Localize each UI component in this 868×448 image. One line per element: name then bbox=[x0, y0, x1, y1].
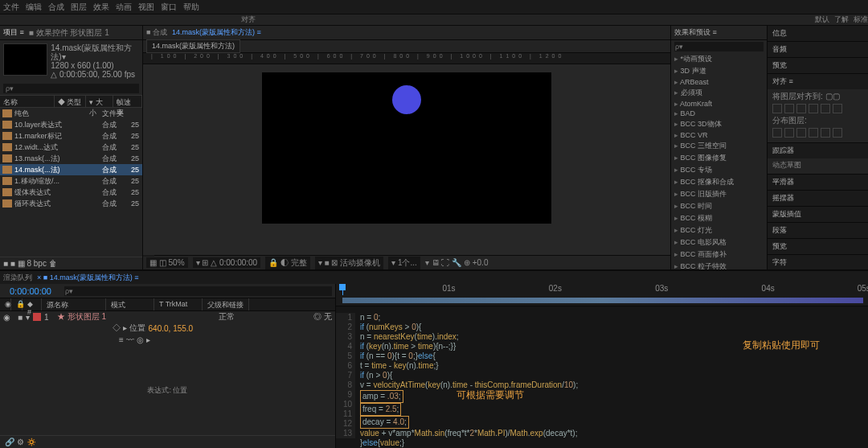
eye-icon[interactable]: ◉ bbox=[3, 313, 14, 322]
effect-category[interactable]: BCC 电影风格 bbox=[671, 236, 767, 249]
effect-category[interactable]: BCC VR bbox=[671, 130, 767, 140]
code-line[interactable]: if (n > 0){ bbox=[360, 371, 868, 380]
effect-category[interactable]: BCC 时间 bbox=[671, 200, 767, 212]
viewer-camera[interactable]: ▾ ■ ⊠ 活动摄像机 bbox=[315, 257, 383, 269]
viewer-mag[interactable]: ▦ ◫ 50% bbox=[146, 257, 188, 268]
expr-graph-icon[interactable]: 〰 bbox=[126, 335, 134, 344]
panel-audio[interactable]: 音频 bbox=[768, 42, 868, 57]
motion-sketch[interactable]: 动态草图 bbox=[768, 158, 868, 174]
prop-position-row[interactable]: ◇ ▸ 位置 640.0, 155.0 bbox=[0, 323, 335, 334]
code-line[interactable]: }else{value;} bbox=[360, 438, 868, 448]
code-line[interactable]: n = 0; bbox=[360, 313, 868, 323]
ws-standard[interactable]: 标准 bbox=[854, 14, 868, 25]
col-eye-icon[interactable]: ◉ bbox=[0, 298, 11, 310]
effect-category[interactable]: BCC 抠像和合成 bbox=[671, 176, 767, 188]
effect-category[interactable]: BCC 粒子特效 bbox=[671, 261, 767, 269]
code-line[interactable]: value + v*amp*Math.sin(freq*t*2*Math.PI)… bbox=[360, 429, 868, 438]
project-item[interactable]: 10.layer表达式合成25 bbox=[0, 119, 142, 130]
tab-render-queue[interactable]: 渲染队列 bbox=[3, 273, 32, 283]
effect-category[interactable]: BCC 模糊 bbox=[671, 212, 767, 224]
menu-window[interactable]: 窗口 bbox=[161, 2, 177, 13]
layer-bar-track[interactable] bbox=[336, 295, 868, 306]
panel-character[interactable]: 字符 bbox=[768, 255, 868, 270]
effect-category[interactable]: BCC 图像修复 bbox=[671, 152, 767, 164]
effect-category[interactable]: BCC 三维空间 bbox=[671, 140, 767, 152]
panel-preview2[interactable]: 预览 bbox=[768, 239, 868, 254]
code-line[interactable]: v = velocityAtTime(key(n).time - thisCom… bbox=[360, 380, 868, 390]
col-size[interactable]: ▾ 大小 bbox=[86, 96, 113, 107]
effect-category[interactable]: BCC 专场 bbox=[671, 164, 767, 176]
shape-circle[interactable] bbox=[392, 85, 421, 114]
menu-comp[interactable]: 合成 bbox=[48, 2, 64, 13]
align-hcenter-icon[interactable] bbox=[784, 104, 794, 113]
menu-edit[interactable]: 编辑 bbox=[26, 2, 42, 13]
viewer-tab-comp[interactable]: 14.mask(蒙版属性和方法) ≡ bbox=[172, 27, 261, 38]
dist-2-icon[interactable] bbox=[784, 128, 794, 138]
tab-project[interactable]: 项目 ≡ bbox=[3, 27, 24, 38]
panel-info[interactable]: 信息 bbox=[768, 26, 868, 41]
project-item[interactable]: 循环表达式合成25 bbox=[0, 198, 142, 209]
tab-effect-controls[interactable]: ■ 效果控件 形状图层 1 bbox=[29, 27, 109, 39]
col-type[interactable]: ◆ 类型 bbox=[55, 96, 87, 107]
project-item[interactable]: 缓体表达式合成25 bbox=[0, 187, 142, 198]
col-trkmat[interactable]: T TrkMat bbox=[154, 298, 203, 310]
viewer-exposure[interactable]: ▾ 🖥 ⛶ 🔧 ⊕ +0.0 bbox=[425, 258, 489, 267]
align-top-icon[interactable] bbox=[809, 104, 818, 113]
timeline-search-input[interactable] bbox=[64, 286, 332, 296]
align-vcenter-icon[interactable] bbox=[821, 104, 830, 113]
dist-1-icon[interactable] bbox=[772, 128, 782, 138]
col-mode[interactable]: 模式 bbox=[106, 298, 154, 310]
dist-3-icon[interactable] bbox=[796, 128, 806, 138]
col-source-name[interactable]: 源名称 bbox=[42, 298, 106, 310]
col-label[interactable]: ◆ # bbox=[23, 298, 42, 310]
panel-smoother[interactable]: 平滑器 bbox=[768, 175, 868, 190]
label-color[interactable] bbox=[33, 313, 41, 321]
effect-category[interactable]: 3D 声道 bbox=[671, 65, 767, 77]
panel-align[interactable]: 对齐 ≡ bbox=[768, 74, 868, 89]
panel-paragraph[interactable]: 段落 bbox=[768, 223, 868, 238]
col-fps[interactable]: 帧速率 bbox=[113, 96, 142, 107]
effect-category[interactable]: BCC 旧版插件 bbox=[671, 188, 767, 200]
code-line[interactable]: freq = 2.5; bbox=[360, 403, 868, 416]
timeline-ruler[interactable]: 01s 02s 03s 04s 05s bbox=[336, 284, 868, 295]
prop-value[interactable]: 640.0, 155.0 bbox=[149, 324, 194, 333]
code-line[interactable]: t = time - key(n).time;} bbox=[360, 361, 868, 371]
playhead[interactable] bbox=[342, 284, 343, 295]
viewer-res[interactable]: 🔒 ◐ 完整 bbox=[265, 257, 310, 269]
col-name[interactable]: 名称 bbox=[0, 96, 55, 107]
align-bottom-icon[interactable] bbox=[833, 104, 842, 113]
expr-pickwhip-icon[interactable]: ◎ bbox=[137, 335, 144, 344]
viewer-views[interactable]: ▾ 1个... bbox=[388, 257, 420, 269]
col-parent[interactable]: 父级和链接 bbox=[203, 298, 249, 310]
tab-timeline-comp[interactable]: × ■ 14.mask(蒙版属性和方法) ≡ bbox=[37, 273, 138, 283]
effect-category[interactable]: AtomKraft bbox=[671, 99, 767, 109]
layer-row[interactable]: ◉ ■ ▾ 1 ★ 形状图层 1 正常 ◎ 无 bbox=[0, 311, 335, 323]
layer-name[interactable]: ★ 形状图层 1 bbox=[57, 311, 215, 323]
dist-5-icon[interactable] bbox=[821, 128, 830, 138]
effect-category[interactable]: BCC 画面修补 bbox=[671, 249, 767, 261]
panel-mask-interp[interactable]: 蒙版插值 bbox=[768, 207, 868, 222]
viewer-time[interactable]: ▾ ⊞ △ 0:00:00:00 bbox=[193, 257, 261, 268]
panel-preview[interactable]: 预览 bbox=[768, 58, 868, 73]
code-line[interactable]: amp = .03; bbox=[360, 390, 868, 403]
effect-category[interactable]: BCC 3D物体 bbox=[671, 118, 767, 130]
twirl-icon[interactable]: ▾ bbox=[26, 313, 30, 322]
expr-menu-icon[interactable]: ▸ bbox=[146, 335, 150, 344]
code-line[interactable]: decay = 4.0; bbox=[360, 416, 868, 429]
expr-enable-icon[interactable]: ≡ bbox=[119, 335, 124, 344]
project-item[interactable]: 12.widt...达式合成25 bbox=[0, 142, 142, 153]
effect-category[interactable]: ARBeast bbox=[671, 77, 767, 87]
panel-tracker[interactable]: 跟踪器 bbox=[768, 143, 868, 158]
menu-view[interactable]: 视图 bbox=[138, 2, 154, 13]
effects-search-input[interactable] bbox=[674, 42, 764, 51]
layer-parent-select[interactable]: ◎ 无 bbox=[313, 311, 332, 323]
code-line[interactable]: if (n == 0){t = 0;}else{ bbox=[360, 351, 868, 361]
timeline-left-footer[interactable]: 🔗 ⚙ 🔅 bbox=[0, 435, 335, 448]
menu-bar[interactable]: 文件 编辑 合成 图层 效果 动画 视图 窗口 帮助 bbox=[0, 0, 868, 14]
effect-category[interactable]: BAD bbox=[671, 109, 767, 118]
viewer-subtab[interactable]: 14.mask(蒙版属性和方法) bbox=[146, 39, 240, 53]
dist-6-icon[interactable] bbox=[833, 128, 842, 138]
ws-default[interactable]: 默认 bbox=[815, 14, 829, 25]
ws-snap[interactable]: 对齐 bbox=[241, 14, 256, 25]
menu-help[interactable]: 帮助 bbox=[183, 2, 199, 13]
